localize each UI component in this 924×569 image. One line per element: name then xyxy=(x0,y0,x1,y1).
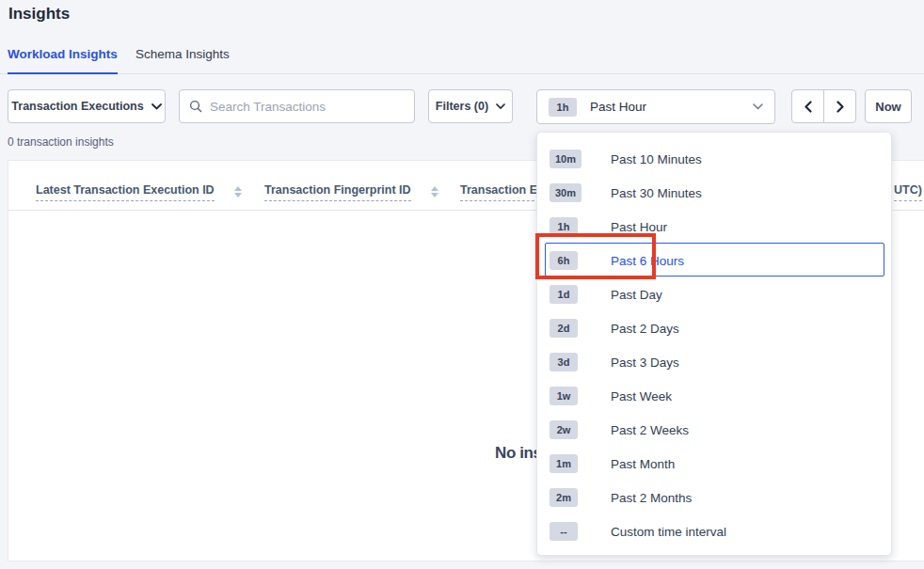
time-option-past-hour[interactable]: 1h Past Hour xyxy=(537,210,891,244)
search-input[interactable] xyxy=(210,100,405,114)
search-box xyxy=(179,89,415,123)
time-option-past-2-days[interactable]: 2d Past 2 Days xyxy=(537,311,891,345)
time-option-past-day[interactable]: 1d Past Day xyxy=(537,277,891,311)
time-option-badge: 1d xyxy=(550,285,578,304)
time-option-custom-time-interval[interactable]: -- Custom time interval xyxy=(537,514,891,548)
time-option-badge: 2d xyxy=(550,319,578,338)
search-icon xyxy=(189,100,202,113)
time-range-select[interactable]: 1h Past Hour xyxy=(536,89,775,124)
filters-label: Filters (0) xyxy=(436,100,488,113)
time-option-past-3-days[interactable]: 3d Past 3 Days xyxy=(537,345,891,379)
time-option-label: Past 6 Hours xyxy=(611,254,684,268)
time-range-dropdown: 10m Past 10 Minutes 30m Past 30 Minutes … xyxy=(536,132,892,556)
column-header-latest-transaction-execution-id[interactable]: Latest Transaction Execution ID xyxy=(36,183,215,201)
time-option-badge: 1m xyxy=(550,454,578,473)
time-option-past-6-hours[interactable]: 6h Past 6 Hours xyxy=(537,244,891,277)
page-title: Insights xyxy=(8,5,70,24)
time-option-badge: 3d xyxy=(550,353,578,371)
sort-icon xyxy=(234,186,242,198)
insights-page: Insights Workload Insights Schema Insigh… xyxy=(0,0,924,569)
time-option-badge: 2w xyxy=(550,420,578,439)
now-button[interactable]: Now xyxy=(865,89,912,123)
time-option-badge: 10m xyxy=(550,150,581,168)
time-option-badge: 6h xyxy=(550,251,578,270)
prev-time-button[interactable] xyxy=(792,90,823,122)
time-option-badge: 30m xyxy=(550,183,581,202)
filters-button[interactable]: Filters (0) xyxy=(428,89,513,123)
tab-workload-insights[interactable]: Workload Insights xyxy=(8,47,118,74)
chevron-down-icon xyxy=(151,103,162,110)
column-header-transaction-fingerprint-id[interactable]: Transaction Fingerprint ID xyxy=(264,183,411,201)
time-option-label: Past 30 Minutes xyxy=(611,186,702,200)
time-option-past-10-minutes[interactable]: 10m Past 10 Minutes xyxy=(537,142,891,176)
time-option-badge: 1w xyxy=(550,387,578,405)
view-type-select[interactable]: Transaction Executions xyxy=(8,89,166,123)
chevron-down-icon xyxy=(496,103,505,109)
time-option-past-30-minutes[interactable]: 30m Past 30 Minutes xyxy=(537,176,891,210)
next-time-button[interactable] xyxy=(823,90,855,122)
toolbar: Transaction Executions Filters (0) 1h Pa… xyxy=(0,89,924,124)
time-option-past-month[interactable]: 1m Past Month xyxy=(537,447,891,481)
time-option-label: Past Week xyxy=(611,389,672,403)
time-option-badge: -- xyxy=(550,522,578,541)
time-option-label: Past 2 Days xyxy=(611,322,679,336)
time-option-past-2-months[interactable]: 2m Past 2 Months xyxy=(537,481,891,514)
time-option-label: Past Hour xyxy=(611,220,667,234)
time-option-past-2-weeks[interactable]: 2w Past 2 Weeks xyxy=(537,413,891,447)
column-header-start-time-utc[interactable]: UTC) xyxy=(894,183,922,201)
tab-bar: Workload Insights Schema Insights xyxy=(0,41,924,74)
insights-count: 0 transaction insights xyxy=(8,135,114,149)
time-option-label: Past 10 Minutes xyxy=(611,152,702,166)
time-option-label: Past 2 Months xyxy=(611,491,692,505)
time-option-label: Custom time interval xyxy=(611,525,726,539)
tab-schema-insights[interactable]: Schema Insights xyxy=(135,47,230,74)
time-option-label: Past Day xyxy=(611,288,662,302)
time-range-label: Past Hour xyxy=(590,100,740,114)
time-option-badge: 1h xyxy=(550,217,578,236)
column-header-transaction-execution[interactable]: Transaction Ex xyxy=(460,183,544,201)
time-nav-group xyxy=(791,89,856,123)
time-option-past-week[interactable]: 1w Past Week xyxy=(537,379,891,413)
sort-icon xyxy=(431,186,438,198)
time-option-label: Past 2 Weeks xyxy=(611,423,689,437)
chevron-down-icon xyxy=(753,103,763,110)
time-range-badge: 1h xyxy=(549,98,577,117)
time-option-badge: 2m xyxy=(550,488,578,507)
time-option-label: Past 3 Days xyxy=(611,356,679,370)
time-option-label: Past Month xyxy=(611,457,675,471)
view-type-label: Transaction Executions xyxy=(11,100,143,113)
